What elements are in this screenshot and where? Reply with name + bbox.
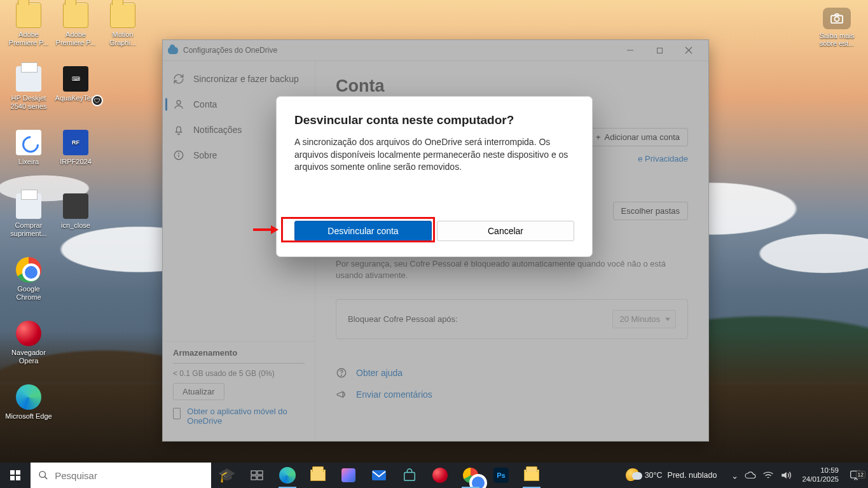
task-view-button[interactable] — [242, 463, 272, 488]
taskbar-clock[interactable]: 10:59 24/01/2025 — [799, 466, 844, 484]
desktop-shortcut-google-chrome[interactable]: Google Chrome — [5, 257, 52, 302]
annotation-arrow — [253, 225, 279, 234]
onedrive-cloud-icon — [168, 47, 178, 54]
shortcut-label: Navegador Opera — [5, 349, 52, 365]
shortcut-label: Adobe Premiere P... — [52, 31, 99, 47]
desktop-shortcut-opera[interactable]: Navegador Opera — [5, 321, 52, 365]
search-input[interactable] — [55, 470, 203, 481]
window-titlebar[interactable]: Configurações do OneDrive — [163, 40, 708, 61]
graduation-icon: 🎓 — [218, 467, 235, 484]
taskbar-app-chrome[interactable] — [455, 463, 486, 488]
nav-sync-backup[interactable]: Sincronizar e fazer backup — [163, 66, 315, 92]
taskbar-app-explorer-2[interactable] — [516, 463, 547, 488]
action-center-button[interactable]: 12 — [844, 470, 868, 481]
shortcut-label: Microsoft Edge — [5, 412, 52, 421]
unlink-account-button[interactable]: Desvincular conta — [294, 221, 432, 241]
system-tray[interactable]: ⌃ — [723, 470, 799, 480]
shortcut-label: HP Deskjet 2540 series — [5, 94, 52, 111]
file-explorer-icon — [310, 470, 326, 481]
search-icon — [38, 470, 48, 481]
shortcut-label: Google Chrome — [5, 285, 52, 302]
taskbar-app-explorer[interactable] — [303, 463, 333, 488]
sync-icon — [173, 73, 184, 85]
svg-point-1 — [834, 17, 839, 21]
copilot-icon — [341, 468, 355, 482]
get-help-link[interactable]: Obter ajuda — [336, 367, 688, 379]
taskbar-app-learning[interactable]: 🎓 — [211, 463, 242, 488]
add-account-button[interactable]: +Adicionar uma conta — [588, 128, 688, 146]
desktop-shortcut-adobe-premiere[interactable]: Adobe Premiere P... — [5, 3, 52, 47]
shortcut-label: icn_close — [52, 221, 99, 230]
desktop-shortcut-buy-supplies[interactable]: Comprar supriment... — [5, 193, 52, 238]
storage-usage-text: < 0.1 GB usado de 5 GB (0%) — [173, 369, 305, 378]
start-button[interactable] — [0, 463, 31, 488]
vault-description: Por segurança, seu Cofre Pessoal é bloqu… — [336, 258, 688, 281]
opera-icon — [16, 321, 41, 346]
mobile-app-link-row[interactable]: Obter o aplicativo móvel do OneDrive — [173, 407, 305, 426]
modal-body: A sincronização dos arquivos do OneDrive… — [294, 136, 574, 174]
taskbar-weather[interactable]: 30°C Pred. nublado — [619, 468, 724, 482]
taskbar-app-edge[interactable] — [272, 463, 303, 488]
svg-rect-17 — [258, 476, 263, 480]
tray-volume-icon[interactable] — [780, 470, 796, 480]
svg-rect-19 — [404, 472, 415, 480]
window-title: Configurações do OneDrive — [183, 46, 277, 55]
folder-icon — [16, 3, 41, 28]
tray-wifi-icon[interactable] — [762, 471, 778, 480]
desktop-shortcut-aquakeytest[interactable]: ⌨🛡 AquaKeyTest — [52, 66, 99, 102]
desktop-shortcut-microsoft-edge[interactable]: Microsoft Edge — [5, 384, 52, 421]
mail-icon — [371, 470, 387, 481]
taskbar-app-store[interactable] — [394, 463, 425, 488]
storage-section: Armazenamento < 0.1 GB usado de 5 GB (0%… — [163, 341, 315, 436]
vault-lock-select[interactable]: 20 Minutos — [612, 310, 676, 328]
weather-temp: 30°C — [645, 471, 663, 480]
mobile-app-link[interactable]: Obter o aplicativo móvel do OneDrive — [187, 407, 305, 426]
app-icon: ⌨🛡 — [63, 66, 88, 92]
taskbar-apps: 🎓 Ps — [211, 463, 547, 488]
info-icon — [173, 150, 184, 161]
minimize-button[interactable] — [616, 40, 645, 61]
spotlight-label: Saiba maissobre est... — [815, 32, 859, 47]
taskbar-app-opera[interactable] — [425, 463, 455, 488]
tray-onedrive-icon[interactable] — [745, 471, 760, 479]
desktop-shortcut-icn-close[interactable]: icn_close — [52, 193, 99, 230]
storage-heading: Armazenamento — [173, 348, 305, 358]
recycle-bin-icon — [16, 130, 41, 155]
desktop-shortcut-irpf2024[interactable]: RF IRPF2024 — [52, 130, 99, 166]
svg-point-11 — [341, 375, 342, 376]
close-button[interactable] — [674, 40, 703, 61]
nav-label: Sobre — [193, 150, 217, 160]
svg-rect-14 — [251, 471, 256, 475]
cancel-button[interactable]: Cancelar — [437, 221, 574, 241]
receita-icon: RF — [63, 130, 88, 155]
vault-lock-row: Bloquear Cofre Pessoal após: 20 Minutos — [336, 299, 688, 339]
window-buttons — [616, 40, 703, 61]
privacy-link[interactable]: e Privacidade — [638, 154, 688, 164]
chrome-icon — [16, 257, 41, 282]
person-icon — [173, 99, 184, 110]
taskbar-search[interactable] — [31, 463, 211, 488]
folder-icon — [63, 3, 88, 28]
svg-point-6 — [177, 101, 181, 104]
edge-icon — [16, 384, 41, 410]
maximize-button[interactable] — [645, 40, 674, 61]
desktop-shortcut-recycle-bin[interactable]: Lixeira — [5, 130, 52, 166]
choose-folders-button[interactable]: Escolher pastas — [613, 202, 689, 220]
desktop-shortcut-motion-graphics[interactable]: Motion Graphi... — [99, 3, 146, 47]
nav-label: Conta — [193, 99, 217, 109]
spotlight-know-more[interactable]: Saiba maissobre est... — [815, 8, 859, 47]
desktop-shortcut-adobe-premiere-2[interactable]: Adobe Premiere P... — [52, 3, 99, 47]
send-feedback-link[interactable]: Enviar comentários — [336, 389, 688, 400]
help-icon — [336, 367, 347, 379]
taskbar-app-copilot[interactable] — [333, 463, 364, 488]
upgrade-storage-button[interactable]: Atualizar — [173, 383, 224, 400]
taskbar-app-photoshop[interactable]: Ps — [486, 463, 516, 488]
tray-overflow-chevron-icon[interactable]: ⌃ — [727, 471, 742, 480]
bell-icon — [173, 124, 184, 136]
svg-rect-15 — [258, 471, 263, 475]
clock-time: 10:59 — [802, 466, 839, 475]
desktop-shortcut-hp-deskjet[interactable]: HP Deskjet 2540 series — [5, 66, 52, 111]
file-explorer-icon — [524, 470, 539, 481]
taskbar-app-mail[interactable] — [364, 463, 394, 488]
chrome-icon — [463, 468, 478, 483]
